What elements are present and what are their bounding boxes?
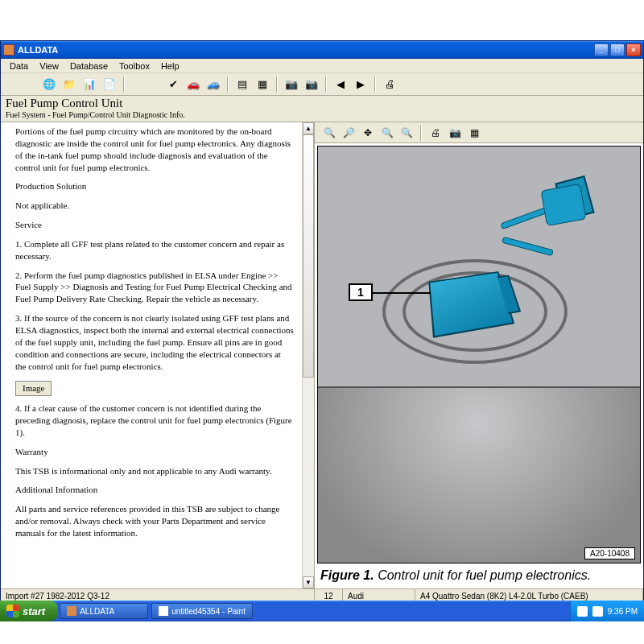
check-icon[interactable]: ✔ <box>164 76 182 93</box>
production-text: Not applicable. <box>15 200 294 212</box>
text-pane: Portions of the fuel pump circuitry whic… <box>1 122 315 588</box>
technical-diagram[interactable]: 1 A20-10408 <box>317 146 641 564</box>
article-body[interactable]: Portions of the fuel pump circuitry whic… <box>1 122 302 588</box>
doc-icon[interactable]: ▦ <box>254 76 271 93</box>
copy-image-icon[interactable]: ▦ <box>466 125 482 141</box>
callout-line <box>373 292 431 294</box>
scroll-thumb[interactable] <box>303 134 314 378</box>
heading-service: Service <box>15 219 294 231</box>
titlebar[interactable]: ALLDATA _ □ × <box>1 41 643 59</box>
service-step-2: 2. Perform the fuel pump diagnostics pub… <box>15 270 294 306</box>
service-step-4: 4. If a clear cause of the customer conc… <box>15 402 294 439</box>
menu-toolbox[interactable]: Toolbox <box>114 60 155 72</box>
service-step-1: 1. Complete all GFF test plans related t… <box>15 238 294 262</box>
menubar: Data View Database Toolbox Help <box>1 59 643 73</box>
wire-icon <box>540 184 586 226</box>
back-icon[interactable]: ◀ <box>332 76 349 93</box>
taskbar-label: untitled45354 - Paint <box>171 607 246 616</box>
scroll-track[interactable] <box>303 134 314 576</box>
snapshot-icon[interactable]: 📷 <box>447 125 463 141</box>
menu-help[interactable]: Help <box>155 60 185 72</box>
main-toolbar: 🌐 📁 📊 📄 ✔ 🚗 🚙 ▤ ▦ 📷 📷 ◀ ▶ 🖨 <box>1 73 643 96</box>
scroll-down-button[interactable]: ▼ <box>303 576 314 588</box>
figure-text: Control unit for fuel pump electronics. <box>374 568 591 582</box>
close-button[interactable]: × <box>626 43 641 56</box>
globe-icon[interactable]: 🌐 <box>40 76 58 93</box>
scroll-up-button[interactable]: ▲ <box>303 122 314 134</box>
article-header: Fuel Pump Control Unit Fuel System - Fue… <box>1 96 643 122</box>
page-title: Fuel Pump Control Unit <box>6 97 638 110</box>
paint-icon <box>159 606 168 616</box>
taskbar: start ALLDATA untitled45354 - Paint 9:36… <box>0 601 644 621</box>
image-view: 1 A20-10408 Figure 1. Control unit for f… <box>315 143 643 588</box>
image-toolbar: 🔍 🔎 ✥ 🔍 🔍 🖨 📷 ▦ <box>315 122 643 143</box>
zoom-reset-icon[interactable]: 🔍 <box>398 125 415 141</box>
menu-database[interactable]: Database <box>64 60 114 72</box>
image-pane: 🔍 🔎 ✥ 🔍 🔍 🖨 📷 ▦ <box>315 122 643 588</box>
text-scrollbar[interactable]: ▲ ▼ <box>302 122 314 588</box>
system-tray[interactable]: 9:36 PM <box>570 601 644 621</box>
figure-label: Figure 1. <box>320 568 374 582</box>
minimize-button[interactable]: _ <box>594 43 609 56</box>
windows-logo-icon <box>6 605 19 617</box>
page-subtitle: Fuel System - Fuel Pump/Control Unit Dia… <box>6 110 638 119</box>
zoom-fit-icon[interactable]: 🔍 <box>379 125 395 141</box>
print-image-icon[interactable]: 🖨 <box>427 125 444 141</box>
heading-production: Production Solution <box>15 180 294 192</box>
heading-additional: Additional Information <box>15 484 294 496</box>
car-icon[interactable]: 🚙 <box>204 76 222 93</box>
zoom-out-icon[interactable]: 🔎 <box>341 125 357 141</box>
taskbar-item-paint[interactable]: untitled45354 - Paint <box>151 603 253 619</box>
callout-label: 1 <box>349 283 373 301</box>
chart-icon[interactable]: 📊 <box>80 76 98 93</box>
menu-view[interactable]: View <box>34 60 64 72</box>
taskbar-item-alldata[interactable]: ALLDATA <box>60 603 148 619</box>
taskbar-label: ALLDATA <box>80 607 114 616</box>
start-label: start <box>23 605 45 617</box>
clock: 9:36 PM <box>608 607 638 616</box>
zoom-in-icon[interactable]: 🔍 <box>321 125 337 141</box>
print-icon[interactable]: 🖨 <box>381 76 398 93</box>
warranty-text: This TSB is informational only and not a… <box>15 465 294 477</box>
menu-data[interactable]: Data <box>4 60 34 72</box>
folder-icon[interactable]: 📁 <box>60 76 78 93</box>
maximize-button[interactable]: □ <box>610 43 625 56</box>
new-car-icon[interactable]: 🚗 <box>184 76 202 93</box>
camera-icon[interactable]: 📷 <box>283 76 300 93</box>
content-area: Portions of the fuel pump circuitry whic… <box>1 122 643 588</box>
note-icon[interactable]: 📄 <box>101 76 118 93</box>
app-icon <box>3 44 14 56</box>
list-icon[interactable]: ▤ <box>233 76 251 93</box>
window-title: ALLDATA <box>18 45 594 55</box>
camera2-icon[interactable]: 📷 <box>303 76 320 93</box>
diagram-id: A20-10408 <box>584 547 635 559</box>
pan-icon[interactable]: ✥ <box>360 125 376 141</box>
heading-warranty: Warranty <box>15 446 294 458</box>
start-button[interactable]: start <box>0 601 58 621</box>
service-step-3: 3. If the source of the concern is not c… <box>15 312 294 372</box>
tray-icon[interactable] <box>577 606 588 617</box>
tray-icon[interactable] <box>592 606 603 617</box>
additional-text: All parts and service references provide… <box>15 503 294 539</box>
forward-icon[interactable]: ▶ <box>352 76 369 93</box>
image-button[interactable]: Image <box>15 381 52 396</box>
intro-text: Portions of the fuel pump circuitry whic… <box>15 126 294 173</box>
app-window: ALLDATA _ □ × Data View Database Toolbox… <box>0 40 644 604</box>
figure-caption: Figure 1. Control unit for fuel pump ele… <box>317 564 641 586</box>
app-icon <box>67 606 76 616</box>
